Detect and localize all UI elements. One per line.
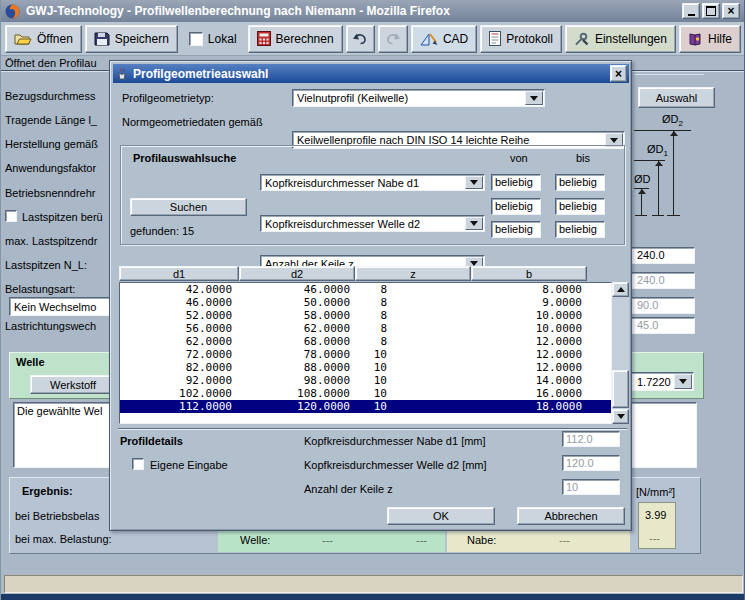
werkstoff-button[interactable]: Werkstoff xyxy=(30,375,116,394)
window-title: GWJ-Technology - Profilwellenberechnung … xyxy=(26,4,450,18)
scrollbar-thumb[interactable] xyxy=(612,370,629,408)
open-button-label: Öffnen xyxy=(37,32,73,46)
protocol-button-label: Protokoll xyxy=(506,32,553,46)
settings-button-label: Einstellungen xyxy=(595,32,667,46)
von-input-3[interactable]: beliebig xyxy=(491,221,541,238)
table-row[interactable]: 62.000068.0000812.0000 xyxy=(120,335,611,348)
nabe-result-strip: Nabe: --- xyxy=(447,530,630,552)
table-row[interactable]: 42.000046.000088.0000 xyxy=(120,283,611,296)
column-header-d1[interactable]: d1 xyxy=(119,266,239,281)
arrow-up-icon xyxy=(670,131,678,136)
table-body: 42.000046.000088.0000 46.000050.000089.0… xyxy=(119,282,612,424)
table-row[interactable]: 102.0000108.00001016.0000 xyxy=(120,387,611,400)
undo-button[interactable] xyxy=(346,25,376,53)
settings-button[interactable]: Einstellungen xyxy=(565,25,676,53)
bis-input-3[interactable]: beliebig xyxy=(555,221,605,238)
redo-icon xyxy=(385,32,401,45)
calculator-icon xyxy=(257,31,271,46)
column-header-z[interactable]: z xyxy=(355,266,471,281)
label-bezugsdurchmesser: Bezugsdurchmess xyxy=(5,90,96,102)
chevron-down-icon[interactable] xyxy=(674,374,692,389)
eigene-eingabe-checkbox[interactable] xyxy=(132,458,144,470)
window-titlebar: GWJ-Technology - Profilwellenberechnung … xyxy=(1,0,744,22)
dialog-close-button[interactable]: × xyxy=(610,65,627,82)
maximize-button[interactable] xyxy=(702,3,720,19)
undo-icon xyxy=(352,32,368,45)
save-button[interactable]: Speichern xyxy=(85,25,178,53)
protocol-button[interactable]: Protokoll xyxy=(480,25,562,53)
result-value-box: 3.99 --- xyxy=(638,502,676,549)
redo-button[interactable] xyxy=(378,25,408,53)
arrow-up-icon xyxy=(638,189,646,194)
detail-d1-input[interactable]: 112.0 xyxy=(562,431,620,447)
chevron-down-icon[interactable] xyxy=(465,176,483,189)
bis-column-header: bis xyxy=(576,152,590,164)
dimension-line xyxy=(641,189,642,216)
close-icon: × xyxy=(615,67,622,81)
von-input-1[interactable]: beliebig xyxy=(491,174,541,191)
window-frame-bottom xyxy=(1,594,745,600)
cancel-button[interactable]: Abbrechen xyxy=(517,507,625,525)
java-icon xyxy=(115,67,129,81)
close-button[interactable]: × xyxy=(722,3,740,19)
criterion-select-2-value: Kopfkreisdurchmesser Welle d2 xyxy=(265,217,420,231)
label-lastrichtung: Lastrichtungswech xyxy=(5,320,96,332)
calculate-button[interactable]: Berechnen xyxy=(248,25,343,53)
table-row[interactable]: 72.000078.00001012.0000 xyxy=(120,348,611,361)
detail-z-input[interactable]: 10 xyxy=(562,479,620,495)
diagram-label-d1: ØD1 xyxy=(647,143,668,158)
floppy-icon xyxy=(94,31,110,46)
welle-result-value-2: --- xyxy=(416,534,427,546)
welle-result-value-1: --- xyxy=(322,534,333,546)
unit-label: [N/mm²] xyxy=(636,486,675,498)
chevron-down-icon[interactable] xyxy=(525,91,543,105)
dialog-title: Profilgeometrieauswahl xyxy=(133,67,268,81)
label-belastungsart: Belastungsart: xyxy=(5,283,75,295)
minimize-button[interactable] xyxy=(682,3,700,19)
toolbar: Öffnen Speichern Lokal Berechnen xyxy=(1,22,744,56)
table-row-selected[interactable]: 112.0000120.00001018.0000 xyxy=(120,400,611,413)
profilgeometrietyp-select[interactable]: Vielnutprofil (Keilwelle) xyxy=(292,89,545,107)
column-header-d2[interactable]: d2 xyxy=(239,266,355,281)
table-row[interactable]: 92.000098.00001014.0000 xyxy=(120,374,611,387)
open-button[interactable]: Öffnen xyxy=(5,25,82,53)
help-button[interactable]: Hilfe xyxy=(679,25,741,53)
bis-input-1[interactable]: beliebig xyxy=(555,174,605,191)
table-scrollbar[interactable] xyxy=(612,282,629,424)
scroll-up-button[interactable] xyxy=(612,282,629,297)
lastspitzen-checkbox[interactable] xyxy=(5,210,17,222)
diagram-label-d2: ØD2 xyxy=(662,113,683,128)
table-row[interactable]: 82.000088.00001012.0000 xyxy=(120,361,611,374)
label-max-lastspitzen: max. Lastspitzendr xyxy=(5,235,97,247)
cad-button[interactable]: CAD xyxy=(411,25,477,53)
chevron-down-icon[interactable] xyxy=(465,217,483,230)
lokal-checkbox-row: Lokal xyxy=(181,26,245,52)
label-lastspitzen-nl: Lastspitzen N_L: xyxy=(5,259,87,271)
detail-d2-input[interactable]: 120.0 xyxy=(562,455,620,471)
table-row[interactable]: 52.000058.0000810.0000 xyxy=(120,309,611,322)
table-row[interactable]: 56.000062.0000810.0000 xyxy=(120,322,611,335)
von-input-2[interactable]: beliebig xyxy=(491,198,541,215)
search-group-title: Profilauswahlsuche xyxy=(133,152,236,164)
result-value-1: 3.99 xyxy=(645,509,666,521)
minimize-icon xyxy=(688,14,695,16)
arrow-up-icon xyxy=(655,161,663,166)
result-value-2: --- xyxy=(649,532,660,544)
criterion-select-2[interactable]: Kopfkreisdurchmesser Welle d2 xyxy=(260,215,485,232)
ergebnis-row2-label: bei max. Belastung: xyxy=(15,533,112,545)
arrow-up-icon xyxy=(617,287,625,292)
lokal-checkbox[interactable] xyxy=(189,32,203,46)
bis-input-2[interactable]: beliebig xyxy=(555,198,605,215)
app-window: GWJ-Technology - Profilwellenberechnung … xyxy=(0,0,745,600)
table-row[interactable]: 46.000050.000089.0000 xyxy=(120,296,611,309)
auswahl-button[interactable]: Auswahl xyxy=(638,87,715,108)
suchen-button[interactable]: Suchen xyxy=(130,198,247,216)
ergebnis-row1-label: bei Betriebsbelas xyxy=(15,510,99,522)
close-icon: × xyxy=(727,4,734,18)
column-header-b[interactable]: b xyxy=(471,266,587,281)
profilgeometrie-dialog: Profilgeometrieauswahl × Profilgeometrie… xyxy=(109,60,632,531)
ok-button[interactable]: OK xyxy=(387,507,495,525)
criterion-select-1[interactable]: Kopfkreisdurchmesser Nabe d1 xyxy=(260,174,485,191)
scroll-down-button[interactable] xyxy=(612,409,629,424)
detail-d2-label: Kopfkreisdurchmesser Welle d2 [mm] xyxy=(304,459,487,471)
